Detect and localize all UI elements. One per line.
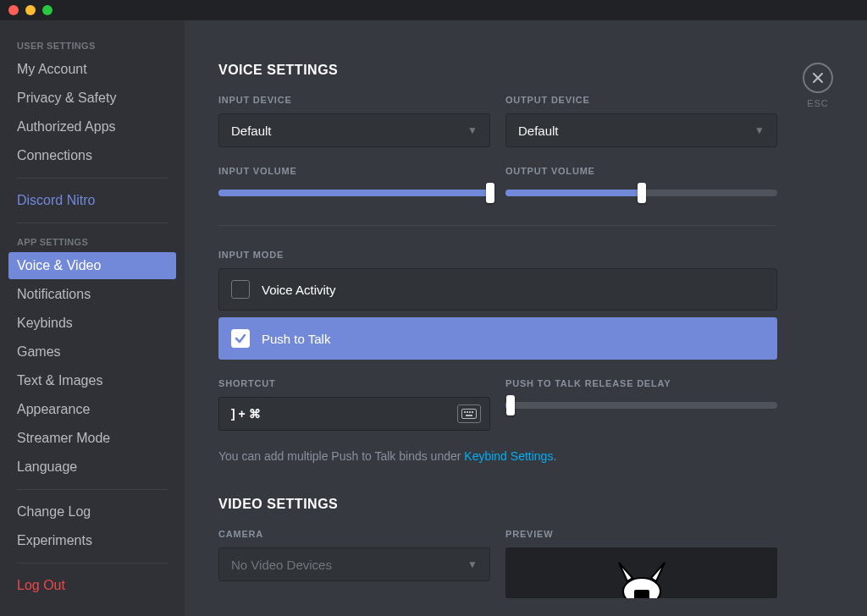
sidebar-item-notifications[interactable]: Notifications: [8, 281, 176, 308]
svg-rect-0: [462, 410, 477, 419]
sidebar-item-nitro[interactable]: Discord Nitro: [8, 187, 176, 214]
sidebar-item-change-log[interactable]: Change Log: [8, 498, 176, 525]
sidebar-item-voice-video[interactable]: Voice & Video: [8, 252, 176, 279]
output-device-select[interactable]: Default ▼: [505, 113, 777, 147]
preview-label: PREVIEW: [505, 529, 777, 539]
svg-rect-3: [469, 411, 471, 413]
camera-value: No Video Devices: [231, 558, 332, 572]
sidebar-item-experiments[interactable]: Experiments: [8, 527, 176, 554]
window-zoom-button[interactable]: [42, 5, 52, 15]
input-device-value: Default: [231, 124, 272, 138]
sidebar-item-text-images[interactable]: Text & Images: [8, 367, 176, 394]
sidebar-header-app: APP SETTINGS: [8, 232, 176, 252]
voice-settings-heading: VOICE SETTINGS: [218, 63, 777, 78]
sidebar-item-logout[interactable]: Log Out: [8, 572, 176, 599]
sidebar-item-appearance[interactable]: Appearance: [8, 396, 176, 423]
sidebar-divider: [17, 563, 168, 564]
chevron-down-icon: ▼: [467, 558, 478, 570]
sidebar-item-keybinds[interactable]: Keybinds: [8, 310, 176, 337]
sidebar-item-my-account[interactable]: My Account: [8, 56, 176, 83]
shortcut-value: ] + ⌘: [231, 407, 261, 421]
keybind-settings-link[interactable]: Keybind Settings: [464, 449, 553, 463]
output-device-label: OUTPUT DEVICE: [505, 95, 777, 105]
sidebar-divider: [17, 223, 168, 223]
window-titlebar: [0, 0, 867, 20]
input-mode-label: INPUT MODE: [218, 250, 777, 260]
settings-sidebar: USER SETTINGS My AccountPrivacy & Safety…: [0, 20, 185, 616]
video-settings-heading: VIDEO SETTINGS: [218, 497, 777, 512]
sidebar-item-authorized-apps[interactable]: Authorized Apps: [8, 113, 176, 140]
keyboard-icon: [457, 404, 481, 423]
output-device-value: Default: [518, 124, 559, 138]
sidebar-header-user: USER SETTINGS: [8, 36, 176, 56]
close-settings-button[interactable]: [803, 63, 833, 93]
camera-label: CAMERA: [218, 529, 490, 539]
esc-label: ESC: [803, 98, 833, 108]
mode-push-to-talk-label: Push to Talk: [262, 332, 330, 346]
sidebar-item-privacy-safety[interactable]: Privacy & Safety: [8, 85, 176, 112]
mode-voice-activity-label: Voice Activity: [262, 283, 336, 297]
shortcut-label: SHORTCUT: [218, 378, 490, 388]
camera-select[interactable]: No Video Devices ▼: [218, 547, 490, 581]
shortcut-input[interactable]: ] + ⌘: [218, 397, 490, 431]
video-preview: [505, 547, 777, 598]
input-mode-push-to-talk[interactable]: Push to Talk: [218, 317, 777, 360]
svg-rect-2: [467, 411, 468, 413]
sidebar-item-language[interactable]: Language: [8, 454, 176, 481]
sidebar-item-games[interactable]: Games: [8, 338, 176, 366]
input-volume-slider[interactable]: [218, 184, 490, 201]
svg-rect-7: [634, 590, 649, 598]
output-volume-slider[interactable]: [505, 184, 777, 201]
input-device-select[interactable]: Default ▼: [218, 113, 490, 147]
input-volume-label: INPUT VOLUME: [218, 166, 490, 176]
ptt-delay-slider[interactable]: [505, 397, 777, 414]
divider: [218, 225, 777, 226]
sidebar-divider: [17, 489, 168, 490]
chevron-down-icon: ▼: [467, 124, 478, 136]
input-device-label: INPUT DEVICE: [218, 95, 490, 105]
mascot-icon: [604, 556, 680, 598]
sidebar-item-connections[interactable]: Connections: [8, 142, 176, 169]
ptt-delay-label: PUSH TO TALK RELEASE DELAY: [505, 378, 777, 388]
svg-rect-1: [464, 411, 466, 413]
svg-rect-4: [472, 411, 473, 413]
settings-content: ESC VOICE SETTINGS INPUT DEVICE Default …: [185, 20, 867, 616]
svg-rect-5: [466, 415, 472, 416]
close-icon: [811, 71, 825, 85]
chevron-down-icon: ▼: [754, 124, 765, 136]
output-volume-label: OUTPUT VOLUME: [505, 166, 777, 176]
window-close-button[interactable]: [8, 5, 19, 15]
sidebar-divider: [17, 178, 168, 179]
input-mode-voice-activity[interactable]: Voice Activity: [218, 268, 777, 311]
window-minimize-button[interactable]: [25, 5, 36, 15]
sidebar-item-streamer-mode[interactable]: Streamer Mode: [8, 425, 176, 452]
keybind-hint: You can add multiple Push to Talk binds …: [218, 449, 777, 463]
